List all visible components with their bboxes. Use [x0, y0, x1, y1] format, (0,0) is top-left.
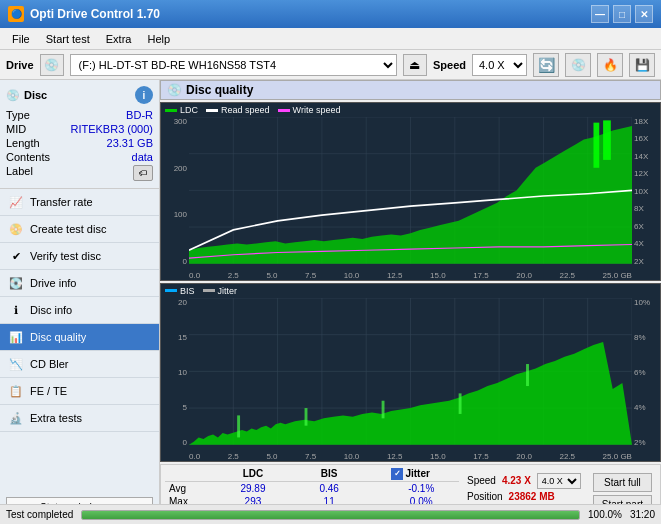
chart-bis: BIS Jitter 20 15 10 5 0 10 [160, 283, 661, 462]
extra-tests-icon: 🔬 [8, 410, 24, 426]
svg-rect-35 [305, 408, 308, 426]
chart2-svg [189, 298, 632, 445]
x-axis-1: 0.0 2.5 5.0 7.5 10.0 12.5 15.0 17.5 20.0… [189, 271, 632, 280]
disc-label-row: Label 🏷 [6, 164, 153, 182]
disc-icon: 💿 [6, 89, 20, 102]
disc-mid-value: RITEKBR3 (000) [70, 123, 153, 135]
chart1-legend: LDC Read speed Write speed [165, 105, 340, 115]
chart2-legend: BIS Jitter [165, 286, 237, 296]
disc-label-icon[interactable]: 🏷 [133, 165, 153, 181]
read-speed-label: Read speed [221, 105, 270, 115]
chart-ldc: LDC Read speed Write speed 300 200 10 [160, 102, 661, 281]
nav-create-test-disc[interactable]: 📀 Create test disc [0, 216, 159, 243]
legend-write-speed: Write speed [278, 105, 341, 115]
disc-length-value: 23.31 GB [107, 137, 153, 149]
menu-start-test[interactable]: Start test [38, 31, 98, 47]
drive-icon-button[interactable]: 💿 [40, 54, 64, 76]
fe-te-icon: 📋 [8, 383, 24, 399]
nav-drive-info-label: Drive info [30, 277, 76, 289]
nav-cd-bler-label: CD Bler [30, 358, 69, 370]
position-value: 23862 MB [509, 491, 555, 502]
speed-current-label: Speed [467, 475, 496, 486]
save-button[interactable]: 💾 [629, 53, 655, 77]
nav-fe-te[interactable]: 📋 FE / TE [0, 378, 159, 405]
drive-info-icon: 💽 [8, 275, 24, 291]
drive-label: Drive [6, 59, 34, 71]
chart1-svg [189, 117, 632, 264]
write-speed-dot [278, 109, 290, 112]
cd-bler-icon: 📉 [8, 356, 24, 372]
disc-length-label: Length [6, 137, 40, 149]
bis-dot [165, 289, 177, 292]
position-row: Position 23862 MB [467, 491, 581, 502]
ldc-label: LDC [180, 105, 198, 115]
avg-ldc: 29.89 [211, 482, 295, 496]
burn-button[interactable]: 🔥 [597, 53, 623, 77]
speed-select[interactable]: 4.0 X [472, 54, 527, 76]
y-axis-left-1: 300 200 100 0 [161, 117, 189, 266]
legend-jitter: Jitter [203, 286, 238, 296]
avg-row: Avg 29.89 0.46 -0.1% [165, 482, 459, 496]
disc-header: 💿 Disc i [6, 86, 153, 104]
nav-extra-tests[interactable]: 🔬 Extra tests [0, 405, 159, 432]
maximize-button[interactable]: □ [613, 5, 631, 23]
disc-info-button[interactable]: i [135, 86, 153, 104]
disc-contents-label: Contents [6, 151, 50, 163]
avg-jitter: -0.1% [383, 482, 459, 496]
svg-rect-38 [526, 364, 529, 386]
speed-current-value: 4.23 X [502, 475, 531, 486]
nav-verify-test-disc[interactable]: ✔ Verify test disc [0, 243, 159, 270]
disc-mid-label: MID [6, 123, 26, 135]
disc-label-label: Label [6, 165, 33, 181]
ldc-dot [165, 109, 177, 112]
nav-drive-info[interactable]: 💽 Drive info [0, 270, 159, 297]
menubar: File Start test Extra Help [0, 28, 661, 50]
svg-rect-17 [603, 120, 611, 160]
menu-file[interactable]: File [4, 31, 38, 47]
legend-bis: BIS [165, 286, 195, 296]
jitter-label: Jitter [218, 286, 238, 296]
nav-extra-tests-label: Extra tests [30, 412, 82, 424]
nav-disc-quality[interactable]: 📊 Disc quality [0, 324, 159, 351]
jitter-checkbox[interactable]: ✓ [391, 468, 403, 480]
progress-bar [81, 510, 580, 520]
nav-transfer-rate[interactable]: 📈 Transfer rate [0, 189, 159, 216]
disc-button[interactable]: 💿 [565, 53, 591, 77]
y-axis-right-1: 18X 16X 14X 12X 10X 8X 6X 4X 2X [632, 117, 660, 266]
minimize-button[interactable]: — [591, 5, 609, 23]
disc-label: Disc [24, 89, 47, 101]
close-button[interactable]: ✕ [635, 5, 653, 23]
disc-contents-value: data [132, 151, 153, 163]
avg-label: Avg [165, 482, 211, 496]
bis-label: BIS [180, 286, 195, 296]
legend-ldc: LDC [165, 105, 198, 115]
svg-rect-36 [382, 400, 385, 418]
app-title: Opti Drive Control 1.70 [30, 7, 591, 21]
disc-contents-row: Contents data [6, 150, 153, 164]
disc-info-icon: ℹ [8, 302, 24, 318]
svg-rect-16 [593, 123, 599, 168]
nav-disc-info[interactable]: ℹ Disc info [0, 297, 159, 324]
drive-select[interactable]: (F:) HL-DT-ST BD-RE WH16NS58 TST4 [70, 54, 397, 76]
transfer-rate-icon: 📈 [8, 194, 24, 210]
drivebar: Drive 💿 (F:) HL-DT-ST BD-RE WH16NS58 TST… [0, 50, 661, 80]
legend-read-speed: Read speed [206, 105, 270, 115]
status-text: Test completed [6, 509, 73, 520]
disc-quality-header-icon: 💿 [167, 83, 182, 97]
jitter-dot [203, 289, 215, 292]
eject-button[interactable]: ⏏ [403, 54, 427, 76]
create-test-disc-icon: 📀 [8, 221, 24, 237]
time-value: 31:20 [630, 509, 655, 520]
speed-current-row: Speed 4.23 X 4.0 X [467, 473, 581, 489]
speed-dropdown[interactable]: 4.0 X [537, 473, 581, 489]
jitter-col-label: Jitter [405, 468, 429, 479]
menu-extra[interactable]: Extra [98, 31, 140, 47]
menu-help[interactable]: Help [139, 31, 178, 47]
col-space [363, 467, 383, 482]
refresh-button[interactable]: 🔄 [533, 53, 559, 77]
sidebar: 💿 Disc i Type BD-R MID RITEKBR3 (000) Le… [0, 80, 160, 524]
nav-cd-bler[interactable]: 📉 CD Bler [0, 351, 159, 378]
y-axis-right-2: 10% 8% 6% 4% 2% [632, 298, 660, 447]
start-full-button[interactable]: Start full [593, 473, 652, 492]
disc-section: 💿 Disc i Type BD-R MID RITEKBR3 (000) Le… [0, 80, 159, 189]
